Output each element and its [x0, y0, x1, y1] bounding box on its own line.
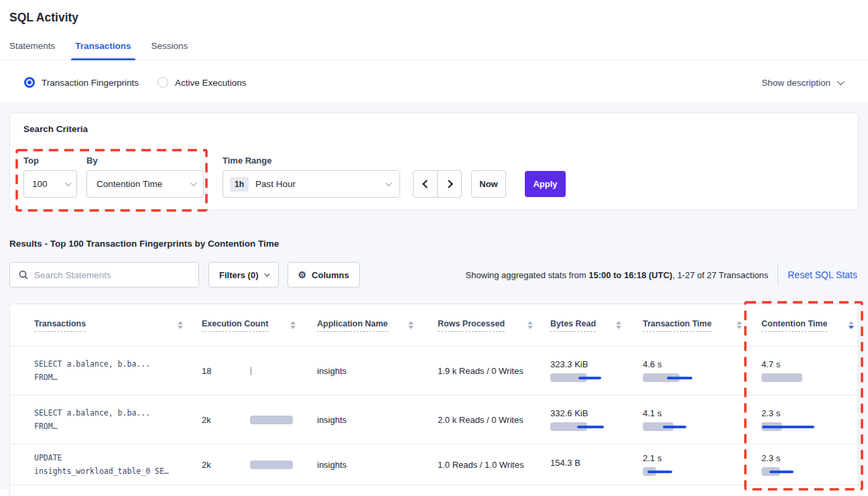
- radio-label: Active Executions: [175, 78, 247, 88]
- transaction-statement[interactable]: SELECT a.balance, b.ba... FROM…: [10, 406, 192, 433]
- table-row[interactable]: SELECT a.balance, b.ba... FROM… 2k insig…: [10, 395, 858, 444]
- transaction-time-bar: [643, 467, 710, 476]
- contention-time-bar: [761, 467, 828, 476]
- chevron-left-icon: [422, 180, 431, 188]
- time-range-field: Time Range 1h Past Hour: [223, 156, 400, 198]
- sort-icon[interactable]: [290, 321, 296, 330]
- top-select[interactable]: 100: [23, 170, 77, 198]
- column-header-contention-time[interactable]: Contention Time: [751, 304, 858, 346]
- chevron-down-icon: [264, 271, 269, 276]
- sort-icon-descending[interactable]: [849, 321, 854, 330]
- application-name-cell: insights: [305, 415, 423, 425]
- sort-icon[interactable]: [178, 321, 183, 330]
- filters-button[interactable]: Filters (0): [208, 262, 279, 288]
- transactions-table: Transactions Execution Count Application…: [9, 304, 859, 496]
- by-select[interactable]: Contention Time: [86, 170, 204, 198]
- transaction-time-cell: 2.1 s: [631, 453, 751, 476]
- next-time-button[interactable]: [437, 170, 462, 198]
- transaction-time-cell: 4.6 s: [631, 359, 751, 382]
- column-header-bytes-read[interactable]: Bytes Read: [542, 304, 631, 346]
- top-label: Top: [23, 156, 77, 166]
- apply-button[interactable]: Apply: [525, 171, 566, 197]
- application-name-cell: insights: [305, 460, 423, 470]
- results-toolbar: Filters (0) ⚙ Columns Showing aggregated…: [9, 262, 859, 288]
- search-criteria-heading: Search Criteria: [23, 124, 858, 134]
- rows-processed-cell: 1.0 Reads / 1.0 Writes: [423, 460, 542, 470]
- sort-icon[interactable]: [408, 321, 414, 330]
- radio-label: Transaction Fingerprints: [42, 78, 139, 88]
- aggregated-stats-text: Showing aggregated stats from 15:00 to 1…: [466, 270, 769, 280]
- bytes-read-bar: [550, 373, 617, 382]
- transaction-statement[interactable]: SELECT a.balance, b.ba... FROM…: [10, 357, 192, 384]
- gear-icon: ⚙: [298, 270, 307, 280]
- page-title: SQL Activity: [9, 11, 859, 25]
- sort-icon[interactable]: [528, 321, 533, 330]
- transaction-time-bar: [643, 422, 710, 431]
- tab-bar: Statements Transactions Sessions: [0, 41, 868, 60]
- search-statements-input[interactable]: [34, 270, 192, 280]
- table-row[interactable]: UPDATE insights_workload_table_0 SE… 2k …: [10, 444, 858, 485]
- tab-statements[interactable]: Statements: [9, 41, 55, 60]
- bytes-read-cell: 154.3 B: [542, 458, 631, 472]
- column-header-application-name[interactable]: Application Name: [305, 304, 423, 346]
- radio-transaction-fingerprints[interactable]: Transaction Fingerprints: [24, 77, 139, 88]
- transaction-time-bar: [643, 373, 710, 382]
- rows-processed-cell: 1.9 k Reads / 0 Writes: [423, 366, 542, 376]
- bytes-read-cell: 332.6 KiB: [542, 408, 631, 431]
- now-button[interactable]: Now: [471, 170, 506, 198]
- content-area: Search Criteria Top 100 By Contention Ti…: [0, 102, 868, 489]
- divider: [778, 265, 778, 285]
- radio-unselected-icon: [158, 77, 168, 88]
- execution-count-bar: [250, 460, 317, 469]
- time-range-select[interactable]: 1h Past Hour: [223, 170, 400, 198]
- sort-icon[interactable]: [737, 321, 742, 330]
- top-field: Top 100: [23, 156, 77, 198]
- application-name-cell: insights: [305, 366, 423, 376]
- contention-time-cell: 2.3 s: [751, 453, 858, 476]
- top-select-value: 100: [32, 179, 65, 189]
- search-icon: [19, 270, 28, 280]
- filters-label: Filters (0): [219, 270, 259, 280]
- search-criteria-fields: Top 100 By Contention Time Time Range: [10, 156, 858, 198]
- rows-processed-cell: 2.0 k Reads / 0 Writes: [423, 415, 542, 425]
- column-header-transactions[interactable]: Transactions: [10, 304, 192, 346]
- table-row[interactable]: SELECT a.balance, b.ba... FROM… 18 insig…: [10, 346, 858, 395]
- columns-button[interactable]: ⚙ Columns: [288, 262, 360, 288]
- execution-count-cell: 2k: [192, 395, 305, 444]
- sort-icon[interactable]: [616, 321, 621, 330]
- contention-time-cell: 2.3 s: [751, 408, 858, 431]
- contention-time-bar: [761, 422, 828, 431]
- execution-count-bar: [250, 367, 317, 375]
- column-header-rows-processed[interactable]: Rows Processed: [423, 304, 542, 346]
- time-nav-group: [413, 170, 462, 198]
- fingerprint-toggle-row: Transaction Fingerprints Active Executio…: [0, 60, 868, 102]
- tab-sessions[interactable]: Sessions: [151, 41, 188, 60]
- tab-transactions[interactable]: Transactions: [75, 41, 131, 60]
- radio-selected-icon: [24, 77, 35, 88]
- column-header-transaction-time[interactable]: Transaction Time: [631, 304, 751, 346]
- by-field: By Contention Time: [86, 156, 204, 198]
- table-header-row: Transactions Execution Count Application…: [10, 304, 858, 346]
- show-description-label: Show description: [761, 78, 830, 88]
- bytes-read-cell: 323.3 KiB: [542, 359, 631, 382]
- column-header-execution-count[interactable]: Execution Count: [192, 304, 305, 346]
- show-description-toggle[interactable]: Show description: [761, 78, 843, 88]
- radio-active-executions[interactable]: Active Executions: [158, 77, 247, 88]
- time-range-value: Past Hour: [255, 179, 385, 189]
- sql-activity-page: SQL Activity Statements Transactions Ses…: [0, 0, 868, 496]
- results-heading: Results - Top 100 Transaction Fingerprin…: [9, 239, 859, 249]
- reset-sql-stats-link[interactable]: Reset SQL Stats: [788, 269, 857, 280]
- execution-count-cell: 18: [192, 347, 305, 395]
- stats-time-range: 15:00 to 16:18 (UTC): [588, 270, 672, 280]
- contention-time-bar: [761, 373, 828, 382]
- chevron-right-icon: [444, 180, 453, 188]
- chevron-down-icon: [190, 180, 197, 186]
- transaction-statement[interactable]: UPDATE insights_workload_table_0 SE…: [10, 451, 192, 478]
- bytes-read-bar: [550, 422, 617, 431]
- previous-time-button[interactable]: [413, 170, 438, 198]
- chevron-down-icon: [837, 78, 845, 85]
- time-range-badge: 1h: [230, 177, 249, 192]
- stats-area: Showing aggregated stats from 15:00 to 1…: [466, 265, 859, 285]
- title-row: SQL Activity: [0, 0, 868, 25]
- search-statements-box: [9, 262, 199, 288]
